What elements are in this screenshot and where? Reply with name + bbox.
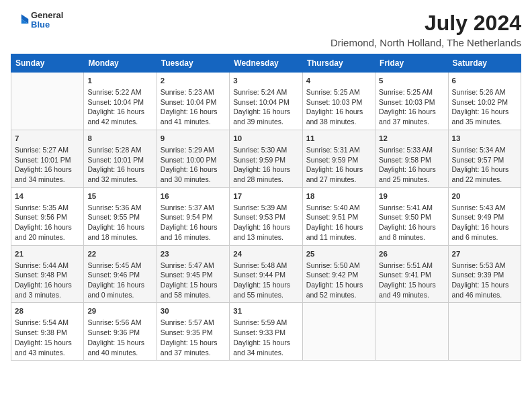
day-info: Sunrise: 5:45 AM Sunset: 9:46 PM Dayligh…	[87, 261, 152, 300]
calendar-day-cell: 28Sunrise: 5:54 AM Sunset: 9:38 PM Dayli…	[11, 303, 84, 361]
day-info: Sunrise: 5:48 AM Sunset: 9:44 PM Dayligh…	[233, 261, 298, 300]
day-number: 19	[379, 191, 444, 201]
day-info: Sunrise: 5:25 AM Sunset: 10:03 PM Daylig…	[379, 87, 444, 127]
calendar-day-cell: 10Sunrise: 5:30 AM Sunset: 9:59 PM Dayli…	[230, 130, 302, 187]
day-info: Sunrise: 5:36 AM Sunset: 9:55 PM Dayligh…	[87, 203, 152, 242]
calendar-empty-cell	[302, 303, 375, 361]
day-number: 12	[379, 133, 444, 144]
day-info: Sunrise: 5:59 AM Sunset: 9:33 PM Dayligh…	[233, 318, 298, 357]
day-info: Sunrise: 5:51 AM Sunset: 9:41 PM Dayligh…	[379, 261, 444, 300]
day-info: Sunrise: 5:23 AM Sunset: 10:04 PM Daylig…	[161, 87, 226, 127]
day-number: 21	[15, 248, 80, 259]
day-number: 8	[87, 133, 152, 144]
day-info: Sunrise: 5:37 AM Sunset: 9:54 PM Dayligh…	[161, 203, 226, 242]
day-number: 31	[233, 306, 298, 316]
calendar-header-row: SundayMondayTuesdayWednesdayThursdayFrid…	[11, 54, 521, 73]
calendar-table: SundayMondayTuesdayWednesdayThursdayFrid…	[11, 54, 521, 361]
calendar-day-cell: 16Sunrise: 5:37 AM Sunset: 9:54 PM Dayli…	[157, 187, 229, 245]
day-info: Sunrise: 5:30 AM Sunset: 9:59 PM Dayligh…	[233, 145, 298, 185]
calendar-day-cell: 30Sunrise: 5:57 AM Sunset: 9:35 PM Dayli…	[157, 303, 229, 361]
day-number: 20	[452, 191, 517, 201]
calendar-day-cell: 9Sunrise: 5:29 AM Sunset: 10:00 PM Dayli…	[157, 130, 229, 187]
day-number: 23	[161, 248, 226, 259]
day-info: Sunrise: 5:25 AM Sunset: 10:03 PM Daylig…	[306, 87, 371, 127]
day-header-wednesday: Wednesday	[230, 54, 302, 73]
day-info: Sunrise: 5:43 AM Sunset: 9:49 PM Dayligh…	[452, 203, 517, 242]
day-header-friday: Friday	[375, 54, 448, 73]
calendar-day-cell: 18Sunrise: 5:40 AM Sunset: 9:51 PM Dayli…	[302, 187, 375, 245]
day-number: 13	[452, 133, 517, 144]
calendar-day-cell: 7Sunrise: 5:27 AM Sunset: 10:01 PM Dayli…	[11, 130, 84, 187]
logo: General Blue	[11, 11, 63, 30]
calendar-day-cell: 29Sunrise: 5:56 AM Sunset: 9:36 PM Dayli…	[84, 303, 157, 361]
day-info: Sunrise: 5:27 AM Sunset: 10:01 PM Daylig…	[15, 145, 80, 185]
day-info: Sunrise: 5:22 AM Sunset: 10:04 PM Daylig…	[87, 87, 152, 127]
day-number: 6	[452, 75, 517, 86]
day-number: 28	[15, 306, 80, 316]
day-number: 16	[161, 191, 226, 201]
calendar-day-cell: 31Sunrise: 5:59 AM Sunset: 9:33 PM Dayli…	[230, 303, 302, 361]
day-number: 14	[15, 191, 80, 201]
calendar-empty-cell	[375, 303, 448, 361]
calendar-day-cell: 17Sunrise: 5:39 AM Sunset: 9:53 PM Dayli…	[230, 187, 302, 245]
day-number: 29	[87, 306, 152, 316]
calendar-day-cell: 15Sunrise: 5:36 AM Sunset: 9:55 PM Dayli…	[84, 187, 157, 245]
calendar-day-cell: 27Sunrise: 5:53 AM Sunset: 9:39 PM Dayli…	[448, 245, 521, 303]
day-number: 1	[87, 75, 152, 86]
day-number: 27	[452, 248, 517, 259]
day-info: Sunrise: 5:40 AM Sunset: 9:51 PM Dayligh…	[306, 203, 371, 242]
day-info: Sunrise: 5:44 AM Sunset: 9:48 PM Dayligh…	[15, 261, 80, 300]
calendar-day-cell: 23Sunrise: 5:47 AM Sunset: 9:45 PM Dayli…	[157, 245, 229, 303]
day-info: Sunrise: 5:33 AM Sunset: 9:58 PM Dayligh…	[379, 145, 444, 185]
calendar-day-cell: 20Sunrise: 5:43 AM Sunset: 9:49 PM Dayli…	[448, 187, 521, 245]
day-info: Sunrise: 5:53 AM Sunset: 9:39 PM Dayligh…	[452, 261, 517, 300]
day-number: 18	[306, 191, 371, 201]
page-header: General Blue July 2024 Driemond, North H…	[11, 11, 521, 48]
day-number: 11	[306, 133, 371, 144]
calendar-day-cell: 13Sunrise: 5:34 AM Sunset: 9:57 PM Dayli…	[448, 130, 521, 187]
day-number: 24	[233, 248, 298, 259]
calendar-day-cell: 26Sunrise: 5:51 AM Sunset: 9:41 PM Dayli…	[375, 245, 448, 303]
location: Driemond, North Holland, The Netherlands	[330, 37, 521, 48]
day-info: Sunrise: 5:50 AM Sunset: 9:42 PM Dayligh…	[306, 261, 371, 300]
calendar-day-cell: 5Sunrise: 5:25 AM Sunset: 10:03 PM Dayli…	[375, 73, 448, 130]
month-year: July 2024	[330, 11, 521, 36]
day-header-sunday: Sunday	[11, 54, 84, 73]
calendar-day-cell: 21Sunrise: 5:44 AM Sunset: 9:48 PM Dayli…	[11, 245, 84, 303]
day-info: Sunrise: 5:26 AM Sunset: 10:02 PM Daylig…	[452, 87, 517, 127]
calendar-day-cell: 2Sunrise: 5:23 AM Sunset: 10:04 PM Dayli…	[157, 73, 229, 130]
day-header-thursday: Thursday	[302, 54, 375, 73]
day-info: Sunrise: 5:47 AM Sunset: 9:45 PM Dayligh…	[161, 261, 226, 300]
calendar-day-cell: 1Sunrise: 5:22 AM Sunset: 10:04 PM Dayli…	[84, 73, 157, 130]
day-header-monday: Monday	[84, 54, 157, 73]
logo-icon	[11, 11, 30, 30]
day-number: 17	[233, 191, 298, 201]
day-number: 15	[87, 191, 152, 201]
day-number: 5	[379, 75, 444, 86]
logo-general: General	[31, 11, 63, 20]
day-number: 9	[161, 133, 226, 144]
calendar-empty-cell	[11, 73, 84, 130]
calendar-day-cell: 6Sunrise: 5:26 AM Sunset: 10:02 PM Dayli…	[448, 73, 521, 130]
day-number: 30	[161, 306, 226, 316]
day-info: Sunrise: 5:28 AM Sunset: 10:01 PM Daylig…	[87, 145, 152, 185]
day-number: 4	[306, 75, 371, 86]
calendar-week-row: 7Sunrise: 5:27 AM Sunset: 10:01 PM Dayli…	[11, 130, 521, 187]
calendar-empty-cell	[448, 303, 521, 361]
day-number: 25	[306, 248, 371, 259]
day-info: Sunrise: 5:35 AM Sunset: 9:56 PM Dayligh…	[15, 203, 80, 242]
calendar-week-row: 14Sunrise: 5:35 AM Sunset: 9:56 PM Dayli…	[11, 187, 521, 245]
day-header-saturday: Saturday	[448, 54, 521, 73]
day-info: Sunrise: 5:54 AM Sunset: 9:38 PM Dayligh…	[15, 318, 80, 357]
day-info: Sunrise: 5:24 AM Sunset: 10:04 PM Daylig…	[233, 87, 298, 127]
calendar-day-cell: 11Sunrise: 5:31 AM Sunset: 9:59 PM Dayli…	[302, 130, 375, 187]
day-number: 7	[15, 133, 80, 144]
calendar-day-cell: 22Sunrise: 5:45 AM Sunset: 9:46 PM Dayli…	[84, 245, 157, 303]
calendar-week-row: 21Sunrise: 5:44 AM Sunset: 9:48 PM Dayli…	[11, 245, 521, 303]
day-number: 22	[87, 248, 152, 259]
day-number: 26	[379, 248, 444, 259]
calendar-day-cell: 3Sunrise: 5:24 AM Sunset: 10:04 PM Dayli…	[230, 73, 302, 130]
day-info: Sunrise: 5:41 AM Sunset: 9:50 PM Dayligh…	[379, 203, 444, 242]
logo-blue: Blue	[31, 20, 63, 30]
calendar-week-row: 1Sunrise: 5:22 AM Sunset: 10:04 PM Dayli…	[11, 73, 521, 130]
